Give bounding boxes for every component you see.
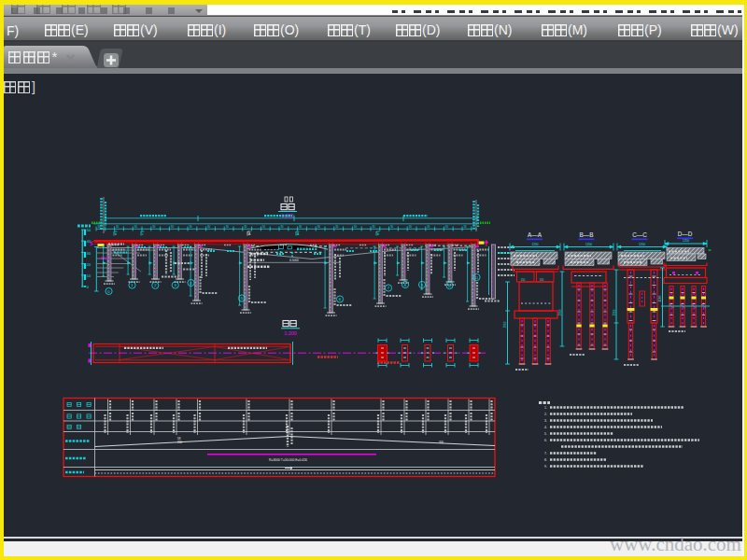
svg-text:10: 10 [87,274,91,278]
svg-text:0: 0 [87,286,89,289]
svg-text:b: b [115,232,117,236]
svg-text:30: 30 [87,252,91,256]
svg-text:9: 9 [421,283,424,287]
svg-text:30: 30 [445,225,449,229]
svg-text:50: 50 [87,229,91,232]
svg-text:10: 10 [448,285,452,288]
svg-text:30: 30 [116,225,120,229]
svg-text:1250: 1250 [531,243,538,246]
svg-text:300: 300 [439,441,444,444]
svg-text:30: 30 [171,225,175,229]
svg-text:30: 30 [335,225,339,229]
svg-text:0: 0 [107,289,110,294]
svg-text:6: 6 [339,297,342,301]
svg-text:30: 30 [189,225,192,229]
svg-text:R=3000 T=50.000 E=0.416: R=3000 T=50.000 E=0.416 [269,458,307,462]
svg-text:30: 30 [226,225,230,229]
svg-text:30: 30 [409,225,413,229]
svg-text:30: 30 [390,225,394,229]
svg-text:20: 20 [87,263,91,267]
svg-text:4500: 4500 [658,295,662,301]
svg-text:b: b [377,232,379,236]
svg-text:30: 30 [299,225,303,229]
svg-text:D—D: D—D [678,231,693,237]
svg-text:4.5000: 4.5000 [289,259,299,262]
svg-text:1250: 1250 [585,243,592,246]
svg-text:30: 30 [317,225,321,229]
svg-text:7.: 7. [544,452,547,455]
svg-text:250: 250 [177,441,182,444]
svg-text:30: 30 [354,225,358,229]
svg-text:1: 1 [131,283,134,287]
svg-text:6.: 6. [544,439,547,442]
svg-text:30: 30 [244,225,247,229]
svg-text:5: 5 [241,296,244,301]
svg-text:150: 150 [521,278,526,282]
svg-text:4.: 4. [544,426,547,429]
svg-text:C—C: C—C [632,231,647,238]
svg-text:30: 30 [463,225,467,229]
svg-text:30: 30 [372,225,375,229]
svg-text:9.: 9. [544,465,547,469]
svg-text:A: A [297,232,300,236]
svg-text:40: 40 [87,240,91,244]
svg-text:4: 4 [190,281,192,286]
svg-text:8.: 8. [544,458,547,462]
svg-text:3.: 3. [544,419,547,423]
svg-text:1.: 1. [544,406,547,410]
svg-text:150: 150 [540,278,544,282]
svg-text:7: 7 [388,286,390,290]
svg-text:1250: 1250 [639,243,645,246]
svg-text:30: 30 [207,225,211,229]
svg-text:5910: 5910 [613,309,616,315]
svg-text:5.: 5. [544,432,547,436]
svg-text:2.: 2. [544,413,547,416]
svg-text:c: c [142,232,144,236]
svg-text:30: 30 [134,225,138,229]
svg-text:30: 30 [262,225,266,229]
svg-text:5910: 5910 [503,321,507,328]
svg-text:1:200: 1:200 [284,330,297,336]
svg-text:30: 30 [280,225,284,229]
svg-text:2: 2 [154,283,157,287]
svg-text:30: 30 [152,225,156,229]
svg-text:5910: 5910 [558,309,562,315]
svg-text:A—A: A—A [528,231,543,238]
svg-text:3: 3 [175,283,177,287]
svg-text:11: 11 [475,276,479,280]
svg-text:A: A [248,232,251,236]
svg-text:1250: 1250 [683,239,689,243]
svg-text:B—B: B—B [580,231,594,238]
svg-text:30: 30 [427,225,430,229]
